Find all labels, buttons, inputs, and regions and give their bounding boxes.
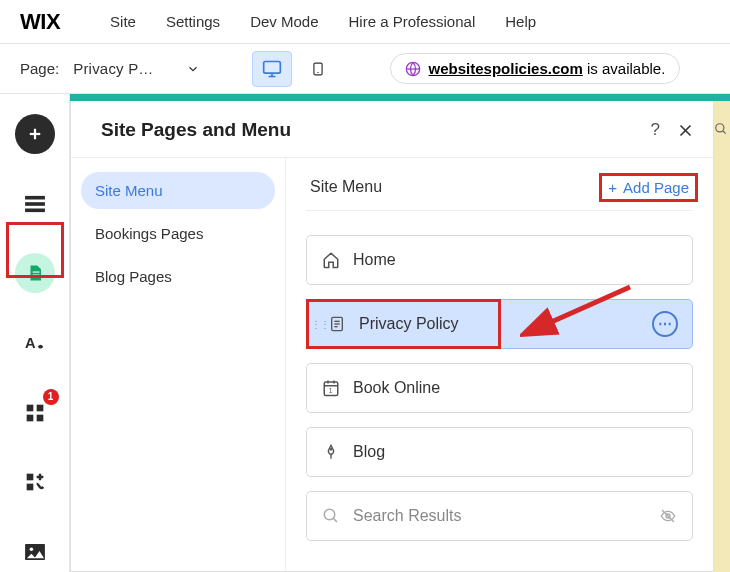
current-page-name[interactable]: Privacy P…	[73, 60, 153, 77]
page-label: Page:	[20, 60, 59, 77]
domain-suffix: is available.	[583, 60, 666, 77]
svg-point-23	[716, 124, 724, 132]
help-icon[interactable]: ?	[651, 120, 660, 140]
add-button[interactable]	[15, 114, 55, 154]
page-row-home[interactable]: Home	[306, 235, 693, 285]
pen-icon	[321, 442, 341, 462]
domain-name: websitespolicies.com	[429, 60, 583, 77]
globe-icon	[405, 61, 421, 77]
page-list: Home ⋮⋮ Privacy Policy ⋯	[306, 211, 693, 541]
more-options-button[interactable]: ⋯	[652, 311, 678, 337]
close-icon[interactable]	[678, 123, 693, 138]
svg-text:1: 1	[329, 387, 333, 394]
add-page-label: Add Page	[623, 179, 689, 196]
plus-icon: +	[608, 179, 617, 196]
svg-rect-17	[26, 414, 33, 421]
calendar-icon: 1	[321, 379, 341, 397]
menu-help[interactable]: Help	[505, 13, 536, 30]
domain-available-pill[interactable]: websitespolicies.com is available.	[390, 53, 681, 84]
page-label: Search Results	[353, 507, 462, 525]
svg-rect-0	[263, 61, 280, 73]
svg-rect-10	[25, 202, 45, 206]
page-label: Home	[353, 251, 396, 269]
svg-rect-15	[26, 404, 33, 411]
top-bar: WIX Site Settings Dev Mode Hire a Profes…	[0, 0, 730, 44]
page-row-book[interactable]: 1 Book Online	[306, 363, 693, 413]
add-apps-button[interactable]	[15, 463, 55, 503]
search-icon[interactable]	[714, 122, 728, 136]
hidden-icon[interactable]	[658, 508, 678, 524]
svg-point-37	[330, 449, 331, 450]
page-label: Blog	[353, 443, 385, 461]
home-icon	[321, 251, 341, 269]
svg-rect-9	[25, 195, 45, 199]
chevron-down-icon[interactable]	[186, 62, 200, 76]
panel-nav: Site Menu Bookings Pages Blog Pages	[71, 158, 286, 571]
menu-hire[interactable]: Hire a Professional	[349, 13, 476, 30]
svg-line-39	[333, 518, 337, 522]
desktop-view-button[interactable]	[252, 51, 292, 87]
page-label: Privacy Policy	[359, 315, 459, 333]
pages-button[interactable]	[15, 253, 55, 293]
svg-line-24	[723, 131, 726, 134]
menu-site[interactable]: Site	[110, 13, 136, 30]
apps-button[interactable]: 1	[15, 393, 55, 433]
media-button[interactable]	[15, 532, 55, 572]
svg-rect-3	[313, 63, 321, 75]
mobile-view-button[interactable]	[298, 51, 338, 87]
design-button[interactable]: A	[15, 323, 55, 363]
svg-text:A: A	[24, 335, 35, 351]
left-rail: A 1	[0, 94, 70, 572]
svg-point-38	[324, 509, 335, 520]
page-row-search[interactable]: Search Results	[306, 491, 693, 541]
svg-rect-12	[32, 272, 39, 273]
svg-rect-18	[36, 414, 43, 421]
svg-point-22	[29, 548, 33, 552]
svg-rect-11	[25, 208, 45, 212]
menu-dev-mode[interactable]: Dev Mode	[250, 13, 318, 30]
search-icon	[321, 507, 341, 525]
drag-handle-icon[interactable]: ⋮⋮	[311, 319, 329, 330]
nav-blog[interactable]: Blog Pages	[81, 258, 275, 295]
svg-rect-20	[26, 484, 33, 491]
page-label: Book Online	[353, 379, 440, 397]
page-bar: Page: Privacy P… websitespolicies.com is…	[0, 44, 730, 94]
top-menu: Site Settings Dev Mode Hire a Profession…	[110, 13, 536, 30]
wix-logo: WIX	[20, 9, 60, 35]
pages-panel: Site Pages and Menu ? Site Menu Bookings…	[70, 101, 714, 572]
add-page-button[interactable]: + Add Page	[608, 179, 689, 196]
svg-rect-13	[32, 275, 39, 276]
page-icon	[327, 315, 347, 333]
teal-strip	[70, 94, 730, 101]
sections-button[interactable]	[15, 184, 55, 224]
main-title: Site Menu	[310, 178, 382, 196]
svg-rect-19	[26, 474, 33, 481]
menu-settings[interactable]: Settings	[166, 13, 220, 30]
apps-badge: 1	[43, 389, 59, 405]
page-row-blog[interactable]: Blog	[306, 427, 693, 477]
nav-bookings[interactable]: Bookings Pages	[81, 215, 275, 252]
svg-rect-16	[36, 404, 43, 411]
nav-site-menu[interactable]: Site Menu	[81, 172, 275, 209]
panel-title: Site Pages and Menu	[101, 119, 291, 141]
page-row-privacy[interactable]: ⋮⋮ Privacy Policy ⋯	[306, 299, 693, 349]
